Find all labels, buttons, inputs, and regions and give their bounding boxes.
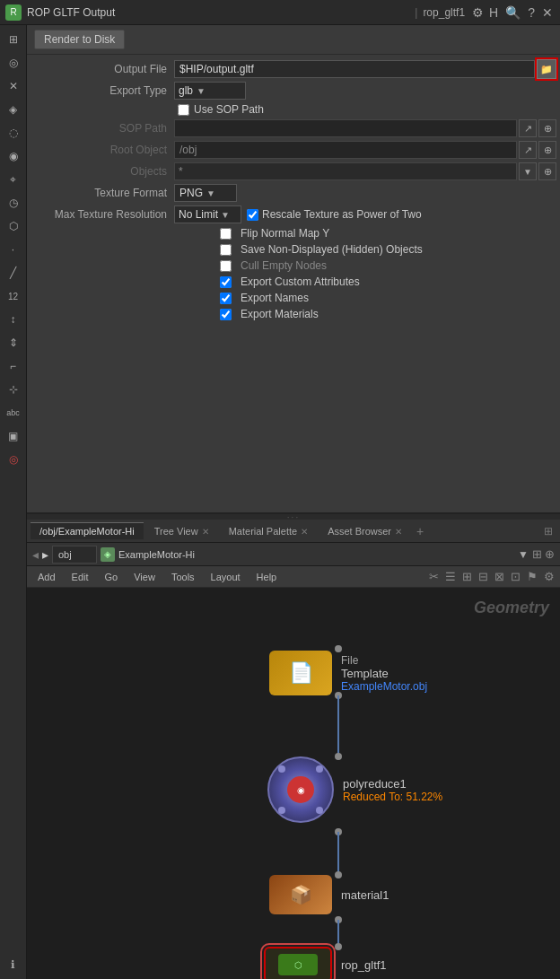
sidebar-item-geo[interactable]: ◎	[3, 449, 24, 470]
tab-grid-button[interactable]: ⊞	[540, 523, 556, 539]
menu-settings-icon[interactable]: ⚙	[542, 569, 556, 584]
breadcrumb-action2-button[interactable]: ⊕	[545, 547, 555, 561]
breadcrumb-obj-label: obj	[58, 549, 72, 560]
sidebar-item-diamond[interactable]: ◈	[3, 99, 24, 120]
max-res-arrow-icon: ▼	[221, 210, 230, 220]
node-graph[interactable]: Geometry	[27, 588, 560, 979]
node-polyreduce[interactable]: ◉ polyreduce1 Reduced To: 51.22%	[267, 756, 442, 823]
tab-tree-view-close-icon[interactable]: ✕	[202, 527, 209, 537]
rescale-texture-checkbox[interactable]	[247, 209, 258, 221]
menu-help[interactable]: Help	[249, 570, 284, 584]
export-materials-checkbox[interactable]	[220, 309, 232, 320]
sop-path-input	[174, 119, 517, 137]
tab-material-palette-label: Material Palette	[229, 526, 297, 537]
sidebar-item-12[interactable]: 12	[3, 285, 24, 307]
help-h-icon[interactable]: H	[489, 5, 498, 20]
objects-expand-btn: ▼	[519, 162, 537, 180]
save-hidden-label: Save Non-Displayed (Hidden) Objects	[241, 243, 423, 256]
tab-example-motor-label: /obj/ExampleMotor-Hi	[39, 526, 135, 537]
question-icon[interactable]: ?	[528, 5, 535, 20]
sidebar-item-text[interactable]: abc	[3, 402, 24, 424]
render-to-disk-bar: Render to Disk	[27, 25, 560, 55]
tab-material-palette-close-icon[interactable]: ✕	[301, 527, 308, 537]
tab-tree-view-label: Tree View	[154, 526, 198, 537]
use-sop-path-checkbox[interactable]	[178, 104, 189, 116]
objects-label: Objects	[31, 165, 174, 178]
polyreduce-center-icon: ◉	[297, 785, 305, 795]
flip-normal-map-checkbox[interactable]	[220, 228, 232, 240]
menu-add[interactable]: Add	[31, 570, 63, 584]
breadcrumb-node: ◈ ExampleMotor-Hi	[101, 547, 195, 562]
menu-grid-icon[interactable]: ⊞	[460, 569, 474, 584]
settings-icon[interactable]: ⚙	[472, 5, 484, 20]
menu-grid4-icon[interactable]: ⊡	[509, 569, 522, 584]
menu-grid3-icon[interactable]: ⊠	[493, 569, 506, 584]
objects-remove-btn: ⊕	[538, 162, 556, 180]
sidebar-item-bottom[interactable]: ℹ	[3, 954, 24, 975]
menu-layout[interactable]: Layout	[204, 570, 248, 584]
nav-back-button[interactable]: ◂	[32, 547, 39, 562]
max-texture-res-row: Max Texture Resolution No Limit ▼ Rescal…	[27, 204, 560, 225]
nav-fwd-button[interactable]: ▸	[42, 547, 48, 562]
tab-material-palette[interactable]: Material Palette ✕	[220, 522, 317, 539]
tab-asset-browser-close-icon[interactable]: ✕	[395, 527, 402, 537]
sidebar-item-star[interactable]: ⊹	[3, 379, 24, 400]
close-icon[interactable]: ✕	[542, 5, 553, 20]
tab-example-motor[interactable]: /obj/ExampleMotor-Hi	[31, 522, 144, 539]
sidebar-item-dot[interactable]: ·	[3, 239, 24, 260]
sidebar-item-updown[interactable]: ↕	[3, 309, 24, 330]
title-bar: R ROP GLTF Output | rop_gltf1 ⚙ H 🔍 ? ✕	[0, 0, 560, 25]
menu-grid2-icon[interactable]: ⊟	[477, 569, 490, 584]
menu-list-icon[interactable]: ☰	[443, 569, 458, 584]
sidebar-item-corner[interactable]: ⌐	[3, 355, 24, 377]
max-texture-res-dropdown[interactable]: No Limit ▼	[174, 205, 241, 223]
menu-flag-icon[interactable]: ⚑	[525, 569, 539, 584]
breadcrumb-action1-button[interactable]: ⊞	[532, 547, 542, 561]
tab-add-button[interactable]: +	[413, 524, 427, 538]
node-material1[interactable]: 📦 material1	[269, 875, 389, 914]
render-to-disk-button[interactable]: Render to Disk	[34, 30, 125, 49]
sidebar-item-updown2[interactable]: ⇕	[3, 332, 24, 354]
node-file-template[interactable]: 📄 File Template ExampleMotor.obj	[269, 651, 427, 695]
texture-format-row: Texture Format PNG ▼	[27, 182, 560, 204]
texture-format-dropdown[interactable]: PNG ▼	[174, 184, 237, 202]
breadcrumb-obj-path[interactable]: obj	[52, 546, 97, 564]
root-object-input	[174, 141, 517, 159]
sidebar-item-display[interactable]: ▣	[3, 425, 24, 447]
sidebar: ⊞ ◎ ✕ ◈ ◌ ◉ ⌖ ◷ ⬡ · ╱ 12 ↕ ⇕ ⌐ ⊹ abc ▣ ◎…	[0, 25, 27, 979]
use-sop-path-check-label[interactable]: Use SOP Path	[178, 101, 264, 118]
export-names-checkbox[interactable]	[220, 293, 232, 304]
sidebar-item-target[interactable]: ◉	[3, 145, 24, 167]
menu-scissors-icon[interactable]: ✂	[427, 569, 441, 584]
sidebar-item-slash[interactable]: ╱	[3, 262, 24, 284]
export-type-dropdown[interactable]: glb ▼	[174, 82, 246, 100]
breadcrumb-bar: ◂ ▸ obj ◈ ExampleMotor-Hi ▼ ⊞ ⊕	[27, 543, 560, 566]
export-type-row: Export Type glb ▼	[27, 80, 560, 101]
menu-view[interactable]: View	[127, 570, 162, 584]
export-custom-checkbox[interactable]	[220, 276, 232, 288]
export-materials-row: Export Materials	[220, 306, 560, 322]
polyreduce-label: polyreduce1 Reduced To: 51.22%	[343, 777, 442, 803]
file-browser-button[interactable]: 📁	[537, 59, 556, 79]
menu-go[interactable]: Go	[98, 570, 126, 584]
sop-path-label: SOP Path	[31, 122, 174, 135]
breadcrumb-dropdown-button[interactable]: ▼	[518, 548, 529, 561]
output-file-input[interactable]	[174, 60, 535, 78]
menu-edit[interactable]: Edit	[65, 570, 96, 584]
menu-tools[interactable]: Tools	[164, 570, 202, 584]
search-icon[interactable]: 🔍	[505, 5, 521, 20]
node-rop-gltf[interactable]: ⬡ rop_gltf1	[264, 947, 387, 979]
sidebar-item-dashed[interactable]: ◌	[3, 122, 24, 144]
cull-empty-checkbox[interactable]	[220, 260, 232, 272]
sidebar-item-x[interactable]: ✕	[3, 75, 24, 97]
sidebar-item-grid[interactable]: ⊞	[3, 29, 24, 50]
sidebar-item-hex[interactable]: ⬡	[3, 215, 24, 237]
tab-asset-browser[interactable]: Asset Browser ✕	[319, 522, 411, 539]
tab-tree-view[interactable]: Tree View ✕	[145, 522, 218, 539]
sidebar-item-circle[interactable]: ◎	[3, 52, 24, 74]
sidebar-item-crosshair[interactable]: ⌖	[3, 169, 24, 190]
save-hidden-checkbox[interactable]	[220, 244, 232, 256]
max-texture-res-label: Max Texture Resolution	[31, 208, 174, 221]
export-names-row: Export Names	[220, 290, 560, 306]
sidebar-item-clock[interactable]: ◷	[3, 192, 24, 214]
